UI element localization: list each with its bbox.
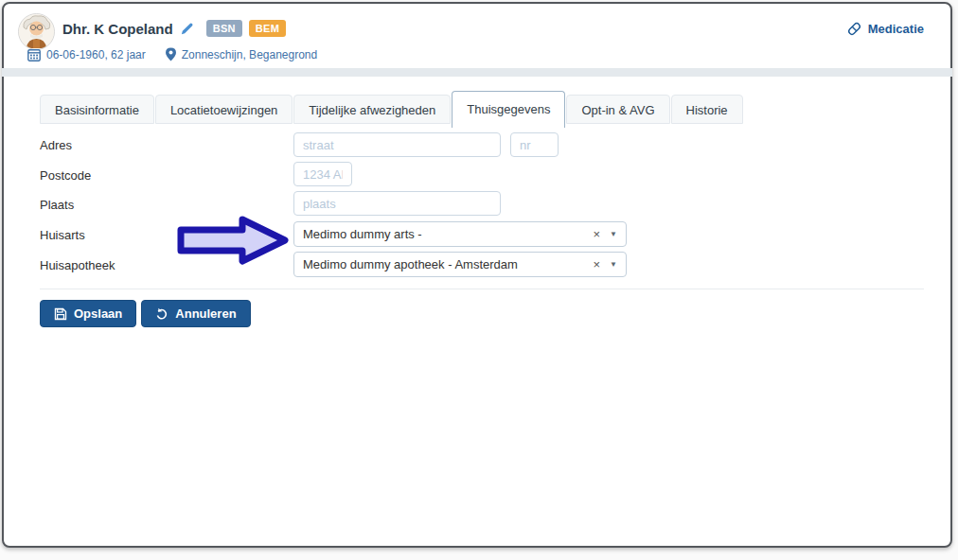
street-input[interactable] <box>293 132 501 157</box>
patient-avatar <box>18 13 55 50</box>
cancel-button-label: Annuleren <box>175 306 236 321</box>
tab-locatietoewijzingen[interactable]: Locatietoewijzingen <box>155 95 293 124</box>
huisarts-selected-value: Medimo dummy arts - <box>303 227 593 241</box>
cancel-button[interactable]: Annuleren <box>141 300 250 327</box>
medicatie-link[interactable]: Medicatie <box>846 21 924 37</box>
pill-icon <box>846 21 862 37</box>
edit-pencil-icon[interactable] <box>180 22 194 36</box>
annotation-arrow <box>170 214 293 267</box>
save-button-label: Opslaan <box>74 306 122 321</box>
patient-header: Dhr. K Copeland BSN BEM 06-06-1960, 62 j… <box>4 4 950 68</box>
plaats-input[interactable] <box>293 191 501 216</box>
patient-name-row: Dhr. K Copeland BSN BEM <box>62 20 286 37</box>
tab-historie[interactable]: Historie <box>671 95 743 124</box>
patient-location-group: Zonneschijn, Beganegrond <box>165 47 317 61</box>
form-divider <box>40 289 924 289</box>
bem-badge[interactable]: BEM <box>249 20 286 37</box>
huisarts-label: Huisarts <box>40 228 85 242</box>
tab-bar: Basisinformatie Locatietoewijzingen Tijd… <box>40 95 744 128</box>
save-button[interactable]: Opslaan <box>40 300 136 327</box>
tab-opt-in-avg[interactable]: Opt-in & AVG <box>566 95 669 124</box>
plaats-label: Plaats <box>40 198 74 212</box>
location-pin-icon <box>165 47 177 61</box>
huisapotheek-label: Huisapotheek <box>40 258 115 272</box>
undo-icon <box>155 307 169 321</box>
huisarts-clear-icon[interactable]: × <box>593 228 600 240</box>
calendar-icon <box>27 48 41 61</box>
huisapotheek-clear-icon[interactable]: × <box>593 258 600 271</box>
huisarts-caret-icon[interactable]: ▼ <box>610 231 617 238</box>
postcode-input[interactable] <box>293 162 352 186</box>
bsn-badge[interactable]: BSN <box>206 20 242 37</box>
header-content-separator <box>2 68 952 77</box>
patient-sub-row: 06-06-1960, 62 jaar Zonneschijn, Beganeg… <box>27 47 317 61</box>
huisapotheek-caret-icon[interactable]: ▼ <box>610 261 617 269</box>
save-floppy-icon <box>54 307 67 321</box>
page-frame: Dhr. K Copeland BSN BEM 06-06-1960, 62 j… <box>2 2 952 548</box>
form-buttons: Opslaan Annuleren <box>40 300 251 327</box>
huisarts-select[interactable]: Medimo dummy arts - × ▼ <box>293 221 627 247</box>
tab-thuisgegevens[interactable]: Thuisgegevens <box>452 91 565 128</box>
huisapotheek-select[interactable]: Medimo dummy apotheek - Amsterdam × ▼ <box>293 252 627 277</box>
tab-tijdelijke-afwezigheden[interactable]: Tijdelijke afwezigheden <box>293 95 451 124</box>
medicatie-link-label: Medicatie <box>868 22 924 36</box>
patient-location: Zonneschijn, Beganegrond <box>182 48 317 61</box>
postcode-label: Postcode <box>40 168 91 183</box>
avatar-illustration <box>19 14 54 49</box>
patient-birthdate: 06-06-1960, 62 jaar <box>46 48 146 61</box>
tab-basisinformatie[interactable]: Basisinformatie <box>40 95 154 124</box>
huisapotheek-selected-value: Medimo dummy apotheek - Amsterdam <box>303 257 593 271</box>
patient-name: Dhr. K Copeland <box>62 21 173 37</box>
house-number-input[interactable] <box>510 132 559 157</box>
adres-label: Adres <box>40 138 72 152</box>
